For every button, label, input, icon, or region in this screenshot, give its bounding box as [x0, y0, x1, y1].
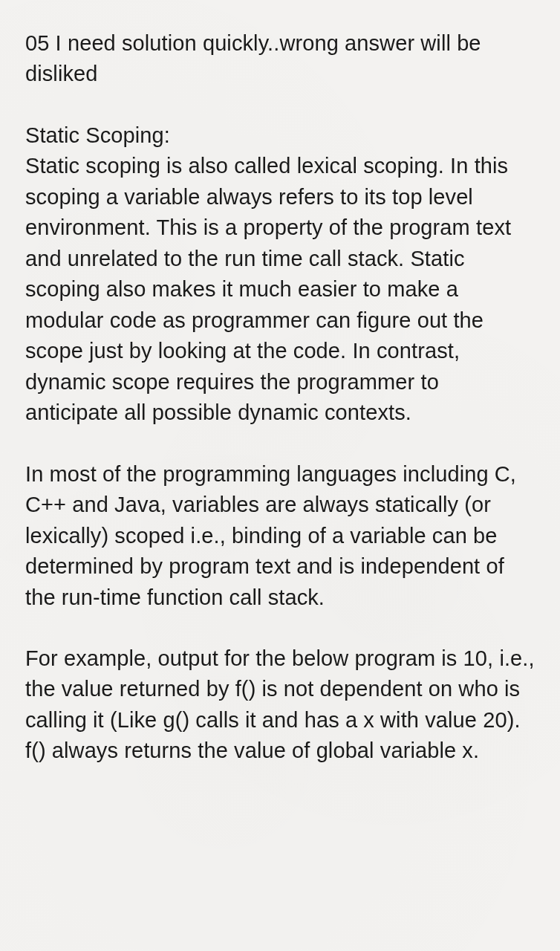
intro-text: 05 I need solution quickly..wrong answer… [25, 28, 535, 90]
section-heading: Static Scoping: [25, 120, 535, 151]
section-block: Static Scoping: Static scoping is also c… [25, 120, 535, 429]
body-paragraph: In most of the programming languages inc… [25, 459, 535, 613]
body-paragraph: For example, output for the below progra… [25, 643, 535, 767]
body-paragraph: Static scoping is also called lexical sc… [25, 151, 535, 428]
document-body: 05 I need solution quickly..wrong answer… [25, 28, 535, 767]
